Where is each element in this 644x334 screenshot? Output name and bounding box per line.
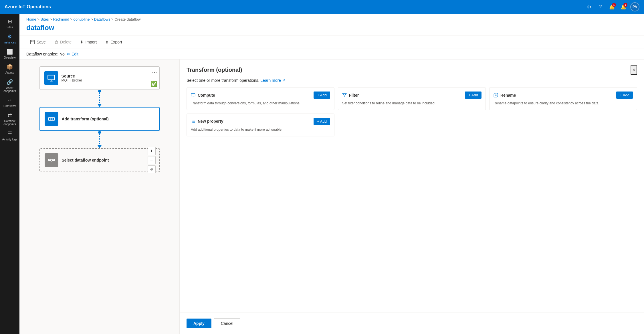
breadcrumb-dataflows[interactable]: Dataflows xyxy=(94,17,110,21)
save-label: Save xyxy=(37,40,46,44)
new-property-icon xyxy=(191,119,195,124)
toolbar: 💾 Save 🗑 Delete ⬇ Import ⬆ Export xyxy=(19,35,644,49)
svg-point-6 xyxy=(48,160,49,161)
delete-button[interactable]: 🗑 Delete xyxy=(51,38,75,46)
help-icon[interactable]: ? xyxy=(596,2,605,11)
source-node[interactable]: Source MQTT Broker ⋯ ✅ xyxy=(39,66,160,90)
sidebar-item-assets-label: Assets xyxy=(5,71,14,74)
sidebar: ⊞ Sites ⚙ Instances ⬜ Overview 📦 Assets … xyxy=(0,14,19,334)
instances-icon: ⚙ xyxy=(7,33,12,40)
notification-icon-1[interactable]: 🔔 1 xyxy=(607,2,617,11)
rename-add-button[interactable]: + Add xyxy=(616,92,633,99)
settings-icon[interactable]: ⚙ xyxy=(584,2,594,11)
filter-add-button[interactable]: + Add xyxy=(465,92,481,99)
apply-button[interactable]: Apply xyxy=(187,319,211,328)
activity-logs-icon: ☰ xyxy=(7,130,12,137)
learn-more-link[interactable]: Learn more ↗ xyxy=(260,78,285,83)
page-title: dataflow xyxy=(26,24,637,32)
notification-badge-1: 1 xyxy=(612,3,616,7)
sidebar-item-sites[interactable]: ⊞ Sites xyxy=(0,16,19,31)
endpoint-node-title: Select dataflow endpoint xyxy=(62,158,154,162)
panel-subtitle-text: Select one or more transform operations. xyxy=(187,78,259,83)
node-minus-btn[interactable]: − xyxy=(148,156,156,164)
panel-header: Transform (optional) × xyxy=(180,59,644,77)
svg-marker-11 xyxy=(342,94,346,97)
transform-node-text: Add transform (optional) xyxy=(62,117,154,121)
node-target-btn[interactable]: ⊙ xyxy=(148,165,156,173)
new-property-description: Add additional properties to data to mak… xyxy=(191,127,330,132)
rename-card-header: Rename + Add xyxy=(494,92,633,99)
svg-point-7 xyxy=(53,160,55,161)
breadcrumb-redmond[interactable]: Redmond xyxy=(53,17,69,21)
transform-card-new-property: New property + Add Add additional proper… xyxy=(187,114,334,136)
canvas: Source MQTT Broker ⋯ ✅ xyxy=(19,59,180,334)
endpoint-icon-box xyxy=(45,153,58,167)
sidebar-item-dataflows[interactable]: ↔ Dataflows xyxy=(0,95,19,110)
transform-card-filter: Filter + Add Set filter conditions to re… xyxy=(338,87,486,110)
export-button[interactable]: ⬆ Export xyxy=(102,38,126,46)
breadcrumb-sites[interactable]: Sites xyxy=(41,17,49,21)
panel-close-button[interactable]: × xyxy=(631,65,637,75)
new-property-add-button[interactable]: + Add xyxy=(314,118,330,125)
transform-card-compute: Compute + Add Transform data through con… xyxy=(187,87,334,110)
compute-add-label: + Add xyxy=(317,93,327,97)
compute-card-header: Compute + Add xyxy=(191,92,330,99)
asset-endpoints-icon: 🔗 xyxy=(7,79,13,85)
svg-point-5 xyxy=(50,159,52,161)
page-header: dataflow xyxy=(19,23,644,35)
source-node-menu[interactable]: ⋯ xyxy=(152,69,157,75)
user-avatar[interactable]: PA xyxy=(630,2,639,11)
transform-node-title: Add transform (optional) xyxy=(62,117,154,121)
export-icon: ⬆ xyxy=(105,40,109,44)
learn-more-label: Learn more xyxy=(260,78,281,83)
connector-2 xyxy=(98,131,102,148)
filter-card-label: Filter xyxy=(349,93,359,98)
sidebar-item-activity-logs[interactable]: ☰ Activity logs xyxy=(0,128,19,143)
edit-label: Edit xyxy=(72,52,78,56)
sidebar-item-activity-logs-label: Activity logs xyxy=(2,138,17,141)
export-label: Export xyxy=(110,40,122,44)
sidebar-item-asset-endpoints-label: Asset endpoints xyxy=(1,86,18,93)
sidebar-item-dataflow-endpoints[interactable]: ⇄ Dataflow endpoints xyxy=(0,110,19,128)
compute-card-label: Compute xyxy=(198,93,215,98)
save-button[interactable]: 💾 Save xyxy=(26,38,49,46)
svg-rect-0 xyxy=(48,75,54,80)
source-node-check: ✅ xyxy=(151,81,157,87)
dataflow-status: Dataflow enabled: No xyxy=(26,52,65,56)
connector-dot-1 xyxy=(98,90,101,93)
sidebar-item-instances-label: Instances xyxy=(4,41,16,44)
rename-card-label: Rename xyxy=(500,93,516,98)
sidebar-item-asset-endpoints[interactable]: 🔗 Asset endpoints xyxy=(0,77,19,95)
content-area: Home > Sites > Redmond > donut-line > Da… xyxy=(19,14,644,334)
notification-icon-2[interactable]: 🔔 1 xyxy=(619,2,628,11)
transform-node[interactable]: Add transform (optional) xyxy=(39,107,160,131)
sidebar-item-assets[interactable]: 📦 Assets xyxy=(0,61,19,77)
breadcrumb-donut-line[interactable]: donut-line xyxy=(73,17,90,21)
filter-icon xyxy=(342,93,347,98)
edit-icon: ✏ xyxy=(67,52,70,56)
filter-card-header: Filter + Add xyxy=(342,92,481,99)
node-plus-btn[interactable]: + xyxy=(148,147,156,155)
assets-icon: 📦 xyxy=(7,64,13,70)
compute-icon xyxy=(191,93,195,98)
panel-title: Transform (optional) xyxy=(187,67,242,73)
sidebar-item-instances[interactable]: ⚙ Instances xyxy=(0,31,19,46)
endpoint-node[interactable]: Select dataflow endpoint + − ⊙ xyxy=(39,148,160,172)
compute-description: Transform data through conversions, form… xyxy=(191,101,330,106)
rename-description: Rename datapoints to ensure clarity and … xyxy=(494,101,633,106)
import-button[interactable]: ⬇ Import xyxy=(76,38,100,46)
filter-label: Filter xyxy=(342,93,359,98)
compute-add-button[interactable]: + Add xyxy=(314,92,330,99)
endpoint-node-wrapper: Select dataflow endpoint + − ⊙ xyxy=(26,148,173,172)
breadcrumb-current: Create dataflow xyxy=(114,17,140,21)
save-icon: 💾 xyxy=(30,40,35,44)
sidebar-item-overview[interactable]: ⬜ Overview xyxy=(0,46,19,61)
svg-rect-10 xyxy=(191,94,195,96)
sidebar-item-overview-label: Overview xyxy=(4,56,16,59)
breadcrumb-home[interactable]: Home xyxy=(26,17,36,21)
edit-link[interactable]: ✏ Edit xyxy=(67,52,78,56)
endpoint-node-text: Select dataflow endpoint xyxy=(62,158,154,162)
flow-container: Source MQTT Broker ⋯ ✅ xyxy=(19,59,644,334)
transform-card-rename: Rename + Add Rename datapoints to ensure… xyxy=(489,87,637,110)
cancel-button[interactable]: Cancel xyxy=(214,319,241,328)
